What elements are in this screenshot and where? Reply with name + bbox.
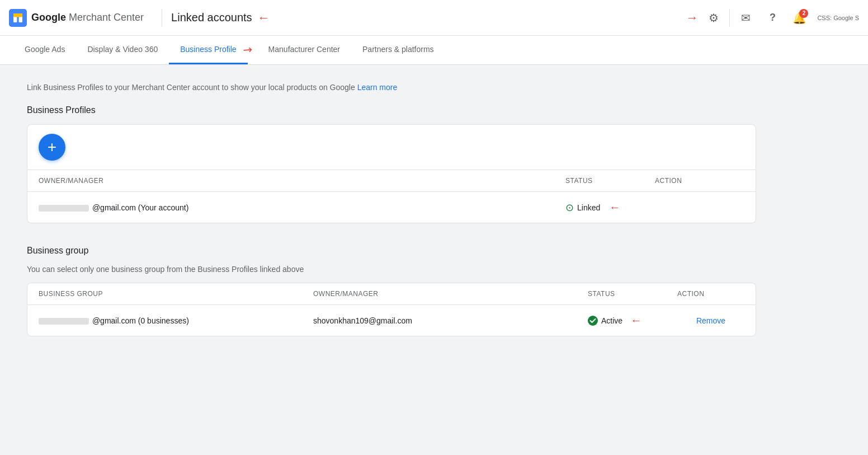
email-redacted-block	[39, 205, 89, 212]
col-owner-manager-2: Owner/Manager	[313, 290, 588, 298]
remove-button[interactable]: Remove	[677, 316, 744, 325]
business-profiles-table-header: Owner/Manager Status Action	[27, 170, 756, 192]
svg-rect-3	[13, 13, 22, 17]
header-right: → ⚙ ✉ ? 🔔 2 CSS: Google S	[686, 7, 859, 29]
business-group-card: Business group Owner/Manager Status Acti…	[27, 283, 756, 336]
table-row: @gmail.com (Your account) ⊙ Linked ←	[27, 192, 756, 223]
table-row: @gmail.com (0 businesses) shovonkhan109@…	[27, 305, 756, 336]
status-linked: ⊙ Linked ←	[565, 201, 655, 214]
help-icon: ?	[770, 12, 776, 24]
svg-rect-0	[9, 9, 27, 27]
col-status-2: Status	[588, 290, 677, 298]
business-profiles-title: Business Profiles	[27, 105, 756, 115]
add-btn-row: +	[27, 125, 756, 170]
svg-point-4	[588, 316, 598, 326]
active-check-icon	[588, 316, 598, 326]
business-group-desc: You can select only one business group f…	[27, 265, 756, 274]
business-group-table-header: Business group Owner/Manager Status Acti…	[27, 283, 756, 305]
business-group-title: Business group	[27, 246, 756, 256]
col-owner-manager: Owner/Manager	[39, 177, 565, 185]
main-content: Link Business Profiles to your Merchant …	[0, 65, 783, 377]
arrow-to-title: ←	[258, 11, 270, 25]
mail-icon: ✉	[741, 11, 751, 25]
tab-business-profile[interactable]: Business Profile	[169, 36, 247, 64]
notification-button[interactable]: 🔔	[788, 7, 810, 29]
tab-manufacturer-center[interactable]: Manufacturer Center	[257, 36, 351, 64]
col-action: Action	[655, 177, 744, 185]
logo-area: Google Merchant Center	[9, 9, 144, 27]
tab-google-ads[interactable]: Google Ads	[13, 36, 76, 64]
css-label: CSS: Google S	[817, 15, 859, 21]
tab-partners-platforms[interactable]: Partners & platforms	[351, 36, 445, 64]
header-divider	[162, 9, 162, 27]
status-active: Active ←	[588, 314, 677, 327]
settings-button[interactable]: ⚙	[702, 7, 725, 29]
add-business-profile-button[interactable]: +	[39, 134, 65, 161]
arrow-to-settings: →	[686, 11, 698, 25]
arrow-to-linked: ←	[609, 201, 620, 214]
google-merchant-logo	[9, 9, 27, 27]
owner-email: @gmail.com (Your account)	[39, 203, 565, 212]
learn-more-link[interactable]: Learn more	[357, 83, 398, 92]
page-title: Linked accounts	[171, 11, 252, 24]
bg-owner: shovonkhan109@gmail.com	[313, 316, 588, 325]
col-action-2: Action	[677, 290, 744, 298]
mail-button[interactable]: ✉	[734, 7, 757, 29]
tab-display-video[interactable]: Display & Video 360	[76, 36, 169, 64]
header: Google Merchant Center Linked accounts ←…	[0, 0, 868, 36]
arrow-to-active: ←	[630, 314, 641, 327]
notification-badge: 2	[799, 9, 808, 18]
divider	[729, 9, 730, 27]
plus-icon: +	[48, 138, 56, 156]
logo-text: Google Merchant Center	[31, 12, 144, 24]
help-button[interactable]: ?	[761, 7, 784, 29]
description-text: Link Business Profiles to your Merchant …	[27, 83, 756, 92]
col-business-group: Business group	[39, 290, 313, 298]
settings-icon: ⚙	[709, 11, 719, 25]
bg-email-redacted-block	[39, 318, 89, 325]
linked-check-icon: ⊙	[565, 201, 574, 214]
business-group-name: @gmail.com (0 businesses)	[39, 316, 313, 325]
notification-wrap: 🔔 2	[788, 7, 810, 29]
business-profiles-card: + Owner/Manager Status Action @gmail.com…	[27, 124, 756, 223]
col-status: Status	[565, 177, 655, 185]
tabs-bar: Google Ads Display & Video 360 Business …	[0, 36, 868, 65]
